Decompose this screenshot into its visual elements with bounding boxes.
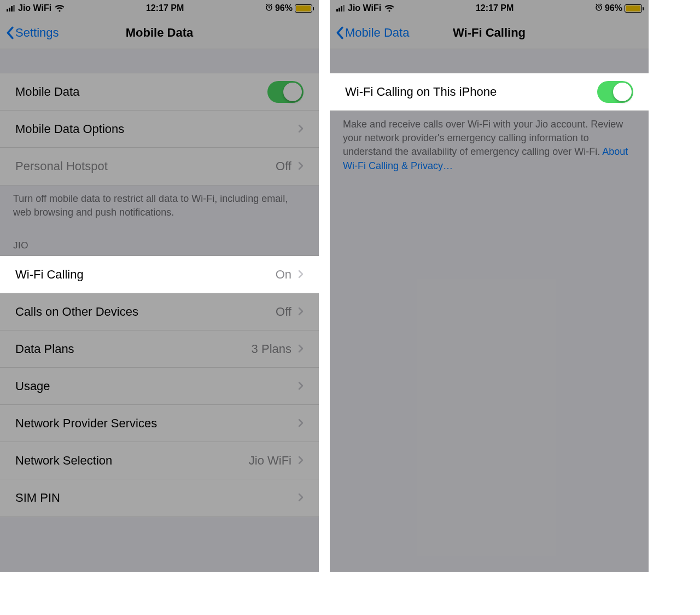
row-mobile-data[interactable]: Mobile Data — [0, 73, 319, 111]
row-label: Usage — [15, 379, 50, 393]
back-button[interactable]: Settings — [5, 26, 59, 40]
wifi-calling-toggle[interactable] — [597, 81, 633, 103]
status-bar: Jio WiFi 12:17 PM 96% — [330, 0, 649, 16]
chevron-right-icon — [298, 491, 304, 505]
row-label: Data Plans — [15, 342, 74, 356]
alarm-icon — [265, 3, 273, 13]
row-calls-other-devices[interactable]: Calls on Other Devices Off — [0, 293, 319, 330]
status-time: 12:17 PM — [146, 3, 184, 13]
back-label: Settings — [15, 26, 59, 40]
row-provider-services[interactable]: Network Provider Services — [0, 405, 319, 442]
screen-mobile-data: Jio WiFi 12:17 PM 96% Settings Mobile Da… — [0, 0, 319, 572]
row-value: Off — [276, 159, 291, 173]
battery-pct: 96% — [605, 3, 622, 13]
chevron-right-icon — [298, 342, 304, 356]
chevron-right-icon — [298, 454, 304, 468]
chevron-right-icon — [298, 379, 304, 393]
row-label: Mobile Data Options — [15, 122, 124, 136]
chevron-right-icon — [298, 416, 304, 431]
alarm-icon — [595, 3, 603, 13]
page-title: Mobile Data — [126, 26, 193, 40]
row-usage[interactable]: Usage — [0, 368, 319, 405]
chevron-right-icon — [298, 268, 304, 282]
battery-icon — [625, 4, 642, 13]
row-label: SIM PIN — [15, 491, 60, 505]
row-value: 3 Plans — [252, 342, 291, 356]
status-time: 12:17 PM — [476, 3, 514, 13]
row-value: Off — [276, 305, 291, 319]
chevron-left-icon — [335, 26, 344, 39]
carrier-label: Jio WiFi — [18, 3, 51, 13]
row-label: Wi-Fi Calling on This iPhone — [345, 85, 497, 99]
row-label: Calls on Other Devices — [15, 305, 138, 319]
row-mobile-data-options[interactable]: Mobile Data Options — [0, 111, 319, 148]
wifi-icon — [55, 4, 65, 12]
row-label: Network Selection — [15, 454, 112, 468]
nav-bar: Mobile Data Wi-Fi Calling — [330, 16, 649, 49]
screen-wifi-calling: Jio WiFi 12:17 PM 96% Mobile Data Wi-Fi … — [330, 0, 649, 572]
row-label: Network Provider Services — [15, 416, 157, 431]
nav-bar: Settings Mobile Data — [0, 16, 319, 49]
battery-pct: 96% — [275, 3, 293, 13]
row-label: Mobile Data — [15, 85, 79, 99]
chevron-right-icon — [298, 122, 304, 136]
cellular-signal-icon — [7, 5, 15, 11]
row-value: Jio WiFi — [249, 454, 291, 468]
chevron-right-icon — [298, 159, 304, 173]
mobile-data-toggle[interactable] — [267, 81, 304, 103]
row-network-selection[interactable]: Network Selection Jio WiFi — [0, 442, 319, 479]
cellular-signal-icon — [336, 5, 345, 11]
row-sim-pin[interactable]: SIM PIN — [0, 479, 319, 517]
page-title: Wi-Fi Calling — [453, 26, 526, 40]
row-wifi-calling[interactable]: Wi-Fi Calling On — [0, 256, 319, 293]
chevron-right-icon — [298, 305, 304, 319]
back-button[interactable]: Mobile Data — [335, 26, 409, 40]
wifi-icon — [384, 4, 394, 12]
row-label: Personal Hotspot — [15, 159, 108, 173]
footer-text: Turn off mobile data to restrict all dat… — [0, 185, 319, 226]
row-label: Wi-Fi Calling — [15, 268, 84, 282]
footer-text-body: Make and receive calls over Wi-Fi with y… — [343, 119, 623, 157]
row-personal-hotspot[interactable]: Personal Hotspot Off — [0, 148, 319, 185]
row-value: On — [276, 268, 291, 282]
carrier-label: Jio WiFi — [348, 3, 381, 13]
row-data-plans[interactable]: Data Plans 3 Plans — [0, 330, 319, 368]
footer-text: Make and receive calls over Wi-Fi with y… — [330, 111, 649, 179]
chevron-left-icon — [5, 26, 14, 39]
status-bar: Jio WiFi 12:17 PM 96% — [0, 0, 319, 16]
section-header-jio: JIO — [0, 226, 319, 256]
row-wifi-calling-this-iphone[interactable]: Wi-Fi Calling on This iPhone — [330, 73, 649, 111]
back-label: Mobile Data — [345, 26, 409, 40]
battery-icon — [295, 4, 312, 13]
